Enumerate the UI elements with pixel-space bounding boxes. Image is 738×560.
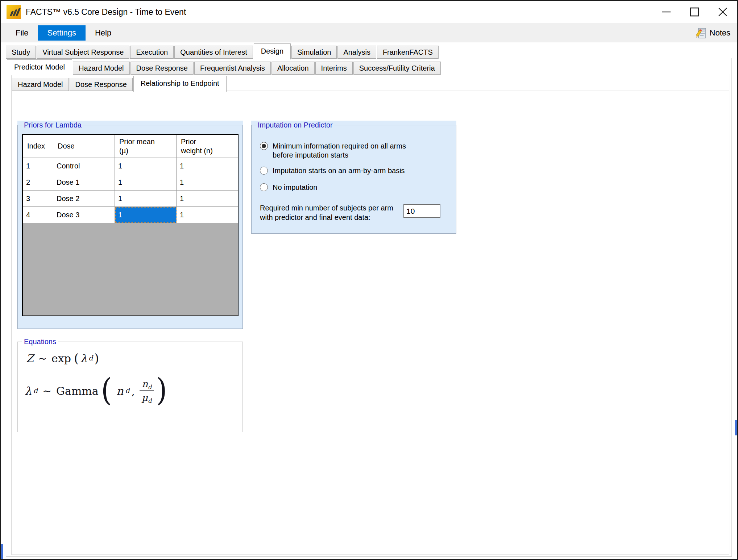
cell-dose[interactable]: Control — [53, 158, 115, 174]
tab-frankenfacts[interactable]: FrankenFACTS — [377, 46, 439, 59]
column-header-dose[interactable]: Dose — [53, 135, 115, 158]
close-button[interactable] — [709, 1, 737, 23]
cell-index[interactable]: 1 — [23, 158, 53, 174]
tab-design[interactable]: Design — [254, 43, 291, 59]
fraction: nd µd — [140, 379, 154, 403]
notes-label: Notes — [710, 28, 730, 38]
cell-prior-weight[interactable]: 1 — [177, 207, 238, 223]
cell-prior-weight[interactable]: 1 — [177, 191, 238, 207]
tab-allocation[interactable]: Allocation — [271, 62, 315, 75]
tabstrip-main: Study Virtual Subject Response Execution… — [6, 44, 439, 59]
priors-group-title: Priors for Lambda — [22, 121, 83, 129]
tab-interims[interactable]: Interims — [315, 62, 353, 75]
tab-frequentist-analysis[interactable]: Frequentist Analysis — [194, 62, 271, 75]
imputation-group-title: Imputation on Predictor — [256, 121, 335, 129]
menu-settings[interactable]: Settings — [38, 25, 86, 41]
window-controls — [652, 1, 737, 23]
menu-bar: File Settings Help Notes — [1, 23, 737, 42]
title-bar: FACTS™ v6.5 Core Design - Time to Event — [1, 1, 737, 23]
tab-virtual-subject-response[interactable]: Virtual Subject Response — [37, 46, 129, 59]
window-title: FACTS™ v6.5 Core Design - Time to Event — [26, 7, 186, 17]
radio-option-arm-by-arm[interactable]: Imputation starts on an arm-by-arm basis — [260, 166, 432, 175]
table-row: 2 Dose 1 1 1 — [23, 174, 238, 191]
column-header-prior-mean[interactable]: Prior mean(µ) — [115, 135, 177, 158]
background-window-fragment — [735, 420, 738, 435]
background-window-fragment — [0, 544, 3, 560]
imputation-on-predictor-group: Imputation on Predictor Minimum informat… — [251, 121, 456, 234]
radio-label: Minimum information required on all arms… — [273, 142, 418, 160]
tab-dose-response-inner[interactable]: Dose Response — [70, 78, 133, 91]
table-row: 4 Dose 3 1 1 — [23, 207, 238, 223]
radio-button-icon[interactable] — [260, 167, 268, 175]
equations-group-title: Equations — [22, 337, 58, 346]
radio-label: Imputation starts on an arm-by-arm basis — [273, 166, 432, 175]
maximize-button[interactable] — [680, 1, 709, 23]
radio-option-no-imputation[interactable]: No imputation — [260, 183, 432, 192]
cell-prior-mean[interactable]: 1 — [115, 158, 177, 174]
minimize-button[interactable] — [652, 1, 680, 23]
radio-option-min-information[interactable]: Minimum information required on all arms… — [260, 142, 418, 160]
cell-index[interactable]: 4 — [23, 207, 53, 223]
cell-index[interactable]: 2 — [23, 174, 53, 191]
tab-hazard-model-inner[interactable]: Hazard Model — [12, 78, 69, 91]
facts-logo-icon — [7, 5, 21, 19]
equations-group: Equations Z ∼ exp ( λd ) λd ∼ Gamma ( nd… — [17, 337, 243, 432]
cell-prior-weight[interactable]: 1 — [177, 158, 238, 174]
tab-analysis[interactable]: Analysis — [337, 46, 376, 59]
tabstrip-design: Predictor Model Hazard Model Dose Respon… — [7, 60, 441, 75]
notes-button[interactable]: Notes — [695, 27, 730, 39]
radio-button-icon[interactable] — [260, 183, 268, 191]
tab-success-futility-criteria[interactable]: Success/Futility Criteria — [353, 62, 441, 75]
cell-dose[interactable]: Dose 1 — [53, 174, 115, 191]
cell-dose[interactable]: Dose 3 — [53, 207, 115, 223]
notepad-pencil-icon — [695, 27, 707, 39]
tab-execution[interactable]: Execution — [130, 46, 174, 59]
equation-z-exp-lambda: Z ∼ exp ( λd ) — [26, 351, 99, 365]
priors-table-header: Index Dose Prior mean(µ) Priorweight (n) — [23, 135, 238, 158]
tab-quantities-of-interest[interactable]: Quantities of Interest — [174, 46, 253, 59]
cell-prior-mean[interactable]: 1 — [115, 174, 177, 191]
column-header-index[interactable]: Index — [23, 135, 53, 158]
cell-prior-mean-selected[interactable]: 1 — [115, 207, 177, 223]
radio-label: No imputation — [273, 183, 432, 192]
priors-for-lambda-group: Priors for Lambda Index Dose Prior mean(… — [17, 121, 243, 329]
column-header-prior-weight[interactable]: Priorweight (n) — [177, 135, 238, 158]
app-window: FACTS™ v6.5 Core Design - Time to Event … — [0, 0, 738, 560]
cell-prior-weight[interactable]: 1 — [177, 174, 238, 191]
radio-button-checked-icon[interactable] — [260, 142, 268, 150]
tab-predictor-model[interactable]: Predictor Model — [7, 59, 72, 75]
menu-help[interactable]: Help — [86, 25, 121, 41]
tab-hazard-model[interactable]: Hazard Model — [73, 62, 130, 75]
table-empty-area — [23, 223, 238, 315]
cell-index[interactable]: 3 — [23, 191, 53, 207]
table-row: 3 Dose 2 1 1 — [23, 191, 238, 207]
cell-prior-mean[interactable]: 1 — [115, 191, 177, 207]
table-row: 1 Control 1 1 — [23, 158, 238, 174]
tab-simulation[interactable]: Simulation — [291, 46, 337, 59]
cell-dose[interactable]: Dose 2 — [53, 191, 115, 207]
min-subjects-input[interactable] — [403, 204, 440, 218]
tabstrip-predictor-model: Hazard Model Dose Response Relationship … — [12, 75, 227, 91]
tab-relationship-to-endpoint[interactable]: Relationship to Endpoint — [133, 76, 227, 92]
equation-lambda-gamma: λd ∼ Gamma ( nd , nd µd ) — [25, 372, 168, 410]
tab-dose-response[interactable]: Dose Response — [130, 62, 194, 75]
min-subjects-label: Required min number of subjects per arm … — [260, 203, 394, 222]
tab-study[interactable]: Study — [6, 46, 36, 59]
menu-file[interactable]: File — [6, 25, 38, 41]
priors-table: Index Dose Prior mean(µ) Priorweight (n)… — [22, 134, 239, 316]
